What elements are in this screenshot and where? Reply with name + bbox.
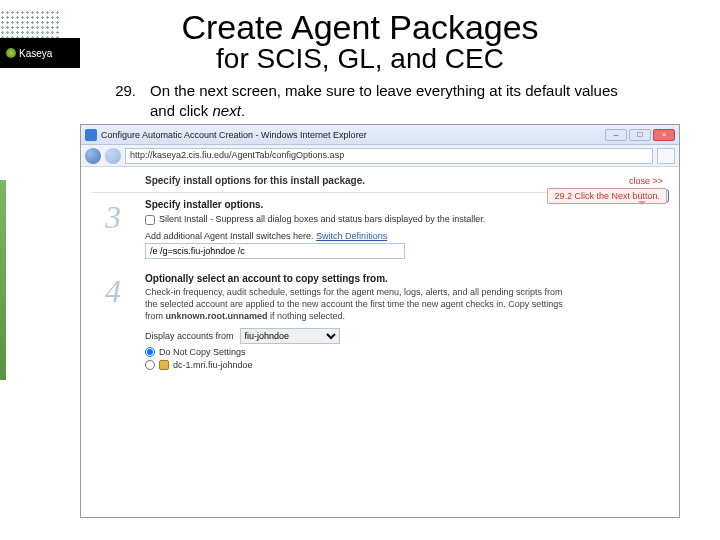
forward-nav-icon[interactable] <box>105 148 121 164</box>
kaseya-logo: Kaseya <box>0 38 80 68</box>
back-nav-icon[interactable] <box>85 148 101 164</box>
step-4-desc: Check-in frequency, audit schedule, sett… <box>145 286 569 322</box>
logo-dots <box>0 10 60 38</box>
search-box[interactable] <box>657 148 675 164</box>
ie-favicon <box>85 129 97 141</box>
ie-address-bar: http://kaseya2.cis.fiu.edu/AgentTab/conf… <box>81 145 679 167</box>
tutorial-callout: 29.2 Click the Next button. <box>547 188 667 204</box>
step-4-body: Optionally select an account to copy set… <box>145 273 569 370</box>
switches-input[interactable] <box>145 243 405 259</box>
silent-install-row: Silent Install - Suppress all dialog box… <box>145 214 569 225</box>
display-accounts-label: Display accounts from <box>145 331 234 341</box>
address-field[interactable]: http://kaseya2.cis.fiu.edu/AgentTab/conf… <box>125 148 653 164</box>
radio-copy-account: dc-1.mri.fiu-johndoe <box>145 360 569 370</box>
step-4-title: Optionally select an account to copy set… <box>145 273 569 284</box>
instruction-row: 29. On the next screen, make sure to lea… <box>100 81 632 120</box>
step-3: 3 Specify installer options. Silent Inst… <box>91 199 669 259</box>
instruction-text: On the next screen, make sure to leave e… <box>150 81 632 120</box>
instruction-number: 29. <box>100 81 150 120</box>
step-number-4: 4 <box>91 273 135 370</box>
slide-subtitle: for SCIS, GL, and CEC <box>0 43 720 75</box>
silent-install-checkbox[interactable] <box>145 215 155 225</box>
silent-install-label: Silent Install - Suppress all dialog box… <box>159 214 485 224</box>
close-button[interactable]: × <box>653 129 675 141</box>
window-buttons: – □ × <box>605 129 675 141</box>
slide-title: Create Agent Packages <box>0 8 720 47</box>
minimize-button[interactable]: – <box>605 129 627 141</box>
ie-titlebar: Configure Automatic Account Creation - W… <box>81 125 679 145</box>
slide-header: Create Agent Packages for SCIS, GL, and … <box>0 0 720 75</box>
embedded-screenshot: Configure Automatic Account Creation - W… <box>80 124 680 518</box>
switch-definitions-link[interactable]: Switch Definitions <box>316 231 387 241</box>
switches-label: Add additional Agent Install switches he… <box>145 231 569 241</box>
green-accent-bar <box>0 180 6 380</box>
radio-copy-account-input[interactable] <box>145 360 155 370</box>
step-3-title: Specify installer options. <box>145 199 569 210</box>
agent-icon <box>159 360 169 370</box>
ie-window-title: Configure Automatic Account Creation - W… <box>101 130 605 140</box>
close-link[interactable]: close >> <box>629 176 667 186</box>
maximize-button[interactable]: □ <box>629 129 651 141</box>
page-content: 29.2 Click the Next button. Specify inst… <box>81 167 679 517</box>
display-accounts-row: Display accounts from fiu-johndoe <box>145 328 569 344</box>
page-title: Specify install options for this install… <box>145 175 365 186</box>
display-accounts-select[interactable]: fiu-johndoe <box>240 328 340 344</box>
radio-do-not-copy: Do Not Copy Settings <box>145 347 569 357</box>
step-4: 4 Optionally select an account to copy s… <box>91 273 669 370</box>
radio-do-not-copy-input[interactable] <box>145 347 155 357</box>
step-number-3: 3 <box>91 199 135 259</box>
step-3-body: Specify installer options. Silent Instal… <box>145 199 569 259</box>
